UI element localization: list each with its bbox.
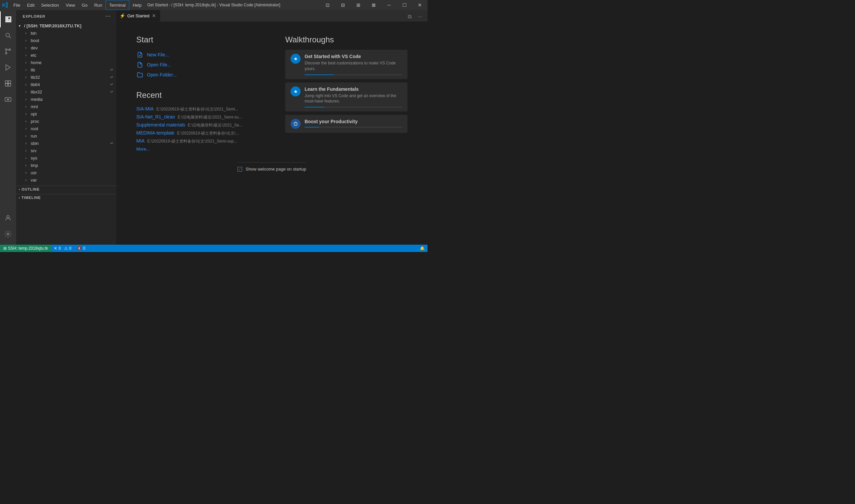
walkthrough-progress-bar-productivity xyxy=(304,127,319,127)
status-errors[interactable]: ✕ 0 ⚠ 0 xyxy=(51,245,74,252)
tree-item-sbin[interactable]: ›sbin↵ xyxy=(16,140,116,147)
menu-go[interactable]: Go xyxy=(78,0,91,10)
recent-item-supplemental[interactable]: Supplemental materials E:\旧电脑资料\最近\2021_… xyxy=(136,121,259,129)
tree-item-media[interactable]: ›media xyxy=(16,95,116,103)
new-file-link[interactable]: New File... xyxy=(136,50,259,60)
menu-file[interactable]: File xyxy=(10,0,24,10)
status-left: ⊞ SSH: temp.2018xjtu.tk ✕ 0 ⚠ 0 🔇 0 xyxy=(0,245,88,252)
walkthrough-title-get-started: Get Started with VS Code xyxy=(304,54,402,59)
tree-root-item[interactable]: ▾ / [SSH: TEMP.2018XJTU.TK] xyxy=(16,22,116,29)
activity-settings[interactable] xyxy=(0,226,16,242)
menu-help[interactable]: Help xyxy=(129,0,145,10)
activity-account[interactable] xyxy=(0,210,16,226)
svg-rect-8 xyxy=(8,81,11,83)
walkthrough-progress-bar-get-started xyxy=(304,74,334,75)
menu-run[interactable]: Run xyxy=(91,0,106,10)
tab-close-get-started[interactable]: ✕ xyxy=(151,12,157,19)
split-editor-button[interactable]: ⧉ xyxy=(405,12,414,21)
info-icon: 🔇 xyxy=(77,246,82,251)
menu-terminal[interactable]: Terminal xyxy=(106,0,129,10)
tree-item-lib64[interactable]: ›lib64↵ xyxy=(16,81,116,88)
tree-item-lib32[interactable]: ›lib32↵ xyxy=(16,73,116,81)
outline-section: › OUTLINE xyxy=(16,185,116,193)
walkthrough-desc-fundamentals: Jump right into VS Code and get an overv… xyxy=(304,93,402,105)
status-notifications[interactable]: 🔔 xyxy=(417,246,428,251)
recent-item-sia-mia[interactable]: SIA-MIA E:\20220619-硕士资料备份\论文\2021_Semi.… xyxy=(136,105,259,113)
tree-item-sys[interactable]: ›sys xyxy=(16,154,116,162)
tree-item-proc[interactable]: ›proc xyxy=(16,118,116,125)
tree-item-bin[interactable]: ›bin xyxy=(16,29,116,37)
svg-rect-7 xyxy=(5,81,8,83)
close-button[interactable]: ✕ xyxy=(412,0,428,10)
layout-icon-2[interactable]: ⊟ xyxy=(335,0,351,10)
layout-icon-1[interactable]: ⊡ xyxy=(320,0,335,10)
outline-label: OUTLINE xyxy=(21,187,39,191)
walkthrough-productivity[interactable]: Boost your Productivity xyxy=(285,115,407,133)
open-file-link[interactable]: Open File... xyxy=(136,60,259,70)
tree-item-home[interactable]: ›home xyxy=(16,59,116,66)
tree-item-root[interactable]: ›root xyxy=(16,125,116,132)
activity-run[interactable] xyxy=(0,59,16,75)
walkthrough-get-started[interactable]: ★ Get Started with VS Code Discover the … xyxy=(285,50,407,79)
tab-label-get-started: Get Started xyxy=(127,13,149,18)
welcome-page: Start New File... Open File... xyxy=(116,22,428,245)
menu-edit[interactable]: Edit xyxy=(24,0,38,10)
outline-header[interactable]: › OUTLINE xyxy=(16,186,116,193)
layout-icon-3[interactable]: ⊞ xyxy=(351,0,366,10)
layout-icon-4[interactable]: ⊠ xyxy=(366,0,381,10)
activity-bar xyxy=(0,10,16,245)
root-label: / [SSH: TEMP.2018XJTU.TK] xyxy=(24,23,82,29)
start-title: Start xyxy=(136,35,259,44)
recent-item-medima[interactable]: MEDIMA-template E:\20220619-硕士资料备份\论文\..… xyxy=(136,129,259,137)
error-icon: ✕ xyxy=(54,246,57,251)
activity-explorer[interactable] xyxy=(0,11,16,28)
recent-item-sia-net[interactable]: SIA-Net_R1_clean E:\旧电脑资料\最近\2021_Semi-s… xyxy=(136,113,259,121)
startup-checkbox[interactable]: ✓ xyxy=(238,167,242,172)
editor-more-button[interactable]: ··· xyxy=(416,12,425,21)
vscode-logo xyxy=(0,0,10,10)
activity-source-control[interactable] xyxy=(0,43,16,59)
open-folder-link[interactable]: Open Folder... xyxy=(136,70,259,80)
walkthrough-fundamentals[interactable]: ★ Learn the Fundamentals Jump right into… xyxy=(285,83,407,112)
tree-item-var[interactable]: ›var xyxy=(16,176,116,184)
tab-get-started[interactable]: ⚡ Get Started ✕ xyxy=(116,10,160,21)
startup-label[interactable]: Show welcome page on startup xyxy=(245,166,306,172)
status-bar: ⊞ SSH: temp.2018xjtu.tk ✕ 0 ⚠ 0 🔇 0 🔔 xyxy=(0,245,428,252)
svg-rect-9 xyxy=(5,84,8,86)
recent-item-mia[interactable]: MIA E:\20220619-硕士资料备份\论文\2021_Semi-sup.… xyxy=(136,137,259,145)
tree-item-libx32[interactable]: ›libx32↵ xyxy=(16,88,116,95)
tree-item-mnt[interactable]: ›mnt xyxy=(16,103,116,110)
title-bar: File Edit Selection View Go Run Terminal… xyxy=(0,0,428,10)
menu-view[interactable]: View xyxy=(63,0,78,10)
activity-search[interactable] xyxy=(0,28,16,43)
timeline-header[interactable]: › TIMELINE xyxy=(16,194,116,201)
activity-extensions[interactable] xyxy=(0,75,16,91)
open-folder-label: Open Folder... xyxy=(147,72,177,77)
tree-item-tmp[interactable]: ›tmp xyxy=(16,162,116,169)
tree-item-run[interactable]: ›run xyxy=(16,132,116,140)
walkthrough-info-fundamentals: Learn the Fundamentals Jump right into V… xyxy=(304,87,402,108)
tree-item-dev[interactable]: ›dev xyxy=(16,44,116,51)
window-title: Get Started - / [SSH: temp.2018xjtu.tk] … xyxy=(147,3,280,7)
status-info[interactable]: 🔇 0 xyxy=(74,245,88,252)
recent-title: Recent xyxy=(136,90,259,100)
restore-button[interactable]: ☐ xyxy=(397,0,412,10)
tree-item-lib[interactable]: ›lib↵ xyxy=(16,66,116,73)
minimize-button[interactable]: ─ xyxy=(381,0,397,10)
tree-item-usr[interactable]: ›usr xyxy=(16,169,116,176)
status-right: 🔔 xyxy=(417,246,428,251)
tree-item-boot[interactable]: ›boot xyxy=(16,37,116,44)
tree-item-srv[interactable]: ›srv xyxy=(16,147,116,154)
activity-remote[interactable] xyxy=(0,91,16,107)
status-ssh[interactable]: ⊞ SSH: temp.2018xjtu.tk xyxy=(0,245,51,252)
tree-item-opt[interactable]: ›opt xyxy=(16,110,116,118)
open-file-icon xyxy=(136,61,144,68)
svg-point-15 xyxy=(7,233,9,235)
sidebar-more-button[interactable]: ··· xyxy=(104,13,112,20)
more-link[interactable]: More... xyxy=(136,146,150,151)
menu-selection[interactable]: Selection xyxy=(38,0,62,10)
tree-item-etc[interactable]: ›etc xyxy=(16,51,116,59)
new-file-icon xyxy=(136,51,144,58)
tab-icon-get-started: ⚡ xyxy=(120,13,125,18)
sidebar: EXPLORER ··· ▾ / [SSH: TEMP.2018XJTU.TK]… xyxy=(16,10,116,245)
